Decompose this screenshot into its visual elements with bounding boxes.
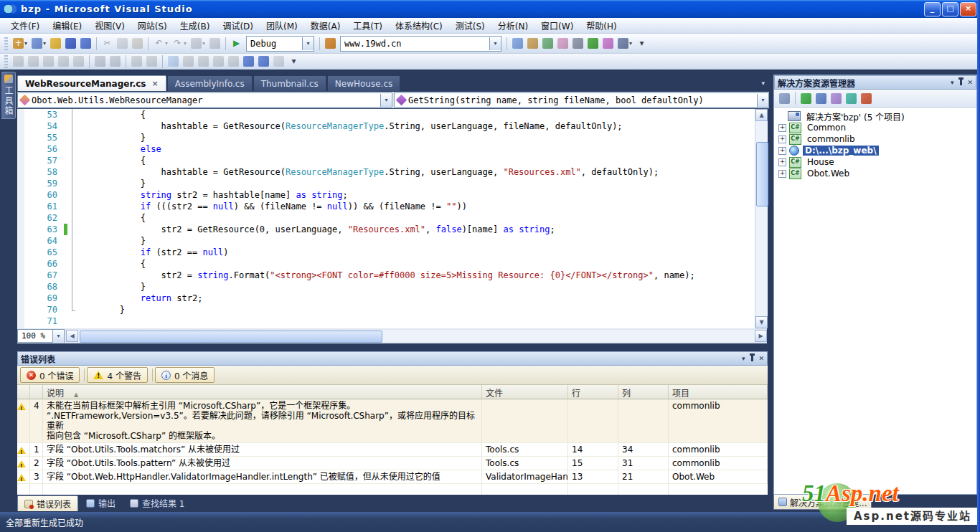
redo-button[interactable]: ↷▾	[170, 37, 189, 50]
project-node[interactable]: +C#Common	[777, 122, 976, 133]
menu-item[interactable]: 编辑(E)	[46, 18, 88, 33]
menu-item[interactable]: 网站(S)	[131, 18, 174, 33]
column-column-header[interactable]: 列	[618, 385, 669, 399]
save-button[interactable]	[63, 37, 78, 50]
view-in-browser-button[interactable]	[859, 92, 874, 105]
font-button[interactable]	[56, 54, 71, 68]
toolbox-autohide-tab[interactable]: 工具箱	[1, 72, 16, 119]
breakpoint-margin[interactable]	[17, 247, 24, 258]
code-line[interactable]: 56 else	[17, 143, 755, 155]
error-list-row[interactable]: !3字段 “Obot.Web.HttpHandler.ValidatorImag…	[17, 470, 768, 484]
code-line[interactable]: 53 {	[17, 109, 755, 120]
expand-icon[interactable]: +	[778, 136, 786, 143]
breakpoint-margin[interactable]	[17, 120, 24, 132]
code-line[interactable]: 62 {	[17, 212, 755, 224]
project-node[interactable]: +C#Obot.Web	[777, 168, 976, 179]
breakpoint-margin[interactable]	[17, 212, 24, 224]
previous-comment-button[interactable]	[211, 54, 226, 68]
breakpoint-margin[interactable]	[17, 224, 24, 235]
expand-icon[interactable]: +	[778, 147, 786, 155]
breakpoint-margin[interactable]	[17, 258, 24, 270]
menu-item[interactable]: 分析(N)	[491, 18, 534, 33]
menu-item[interactable]: 测试(S)	[449, 18, 491, 33]
error-list-row[interactable]: !1字段 “Obot.Utils.Tools.matchors” 从未被使用过T…	[17, 443, 768, 457]
messages-filter-button[interactable]: i 0 个消息	[155, 367, 215, 383]
breakpoint-margin[interactable]	[17, 109, 24, 120]
error-list-row[interactable]: !4未能在当前目标框架中解析主引用 “Microsoft.CSharp”，它是一…	[17, 399, 768, 443]
command-window-button[interactable]: ▾	[616, 37, 634, 50]
code-line[interactable]: 60 string str2 = hashtable[name] as stri…	[17, 189, 755, 201]
save-all-button[interactable]	[78, 37, 93, 50]
project-node[interactable]: +C#House	[777, 156, 976, 168]
document-tab[interactable]: Thumbnail.cs	[253, 75, 326, 91]
pin-icon[interactable]	[751, 356, 753, 361]
toolbar-grip[interactable]	[4, 37, 8, 50]
menu-item[interactable]: 调试(D)	[216, 18, 260, 33]
menu-item[interactable]: 视图(V)	[88, 18, 131, 33]
chevron-down-icon[interactable]: ▾	[757, 94, 768, 107]
comment-button[interactable]	[129, 54, 144, 68]
panel-tab-error-list[interactable]: 错误列表	[17, 495, 78, 511]
vertical-scrollbar-thumb[interactable]	[756, 142, 768, 206]
expand-icon[interactable]: +	[778, 158, 786, 166]
scroll-up-arrow-icon[interactable]: ▲	[755, 109, 768, 121]
code-line[interactable]: 63 str2 = GetResource(0, userLanguage, "…	[17, 224, 755, 235]
breakpoint-margin[interactable]	[17, 166, 24, 178]
code-line[interactable]: 54 hashtable = GetResource(ResourceManag…	[17, 120, 755, 132]
toolbox-button[interactable]	[570, 37, 585, 50]
chevron-down-icon[interactable]: ▾	[489, 37, 501, 50]
chevron-down-icon[interactable]: ▾	[184, 40, 187, 47]
breakpoint-margin[interactable]	[17, 281, 24, 293]
url-combobox[interactable]: www.19wd.cn▾	[340, 36, 501, 52]
add-new-item-button[interactable]: ▾	[29, 37, 48, 50]
project-node[interactable]: +D:\...\bzp_web\	[777, 145, 976, 156]
browse-with-button[interactable]	[323, 37, 338, 50]
breakpoint-margin[interactable]	[17, 178, 24, 189]
file-column-header[interactable]: 文件	[482, 385, 568, 399]
solution-configurations-select[interactable]: Debug▾	[246, 36, 314, 52]
menu-item[interactable]: 生成(B)	[174, 18, 217, 33]
breakpoint-margin[interactable]	[17, 189, 24, 201]
window-position-menu-icon[interactable]: ▾	[742, 355, 745, 362]
editor-zoom-select[interactable]: 100 % ▾	[17, 329, 65, 343]
toolbar-options-button[interactable]: ▾	[286, 54, 301, 68]
select-pointer-button[interactable]	[41, 54, 56, 68]
project-node[interactable]: +C#commonlib	[777, 133, 976, 145]
panel-tab-output[interactable]: 输出	[80, 495, 122, 510]
new-comment-button[interactable]	[181, 54, 196, 68]
uncomment-button[interactable]	[144, 54, 159, 68]
highlight-button[interactable]	[166, 54, 181, 68]
menu-item[interactable]: 工具(T)	[347, 18, 389, 33]
expand-icon[interactable]: +	[778, 170, 786, 178]
code-line[interactable]: 64 }	[17, 235, 755, 247]
window-position-menu-icon[interactable]: ▾	[951, 79, 954, 86]
code-line[interactable]: 65 if (str2 == null)	[17, 247, 755, 258]
next-bookmark-button[interactable]	[256, 54, 271, 68]
line-column-header[interactable]: 行	[568, 385, 618, 399]
solution-root-node[interactable]: 解决方案'bzp' (5 个项目)	[777, 110, 976, 122]
next-comment-button[interactable]	[226, 54, 241, 68]
project-column-header[interactable]: 项目	[669, 385, 768, 399]
chevron-down-icon[interactable]: ▾	[380, 94, 392, 107]
document-tab[interactable]: AssemblyInfo.cs	[167, 75, 253, 91]
object-browser-button[interactable]	[555, 37, 570, 50]
editor-horizontal-scrollbar[interactable]: ◀ ▶	[66, 330, 767, 342]
code-line[interactable]: 68 }	[17, 281, 755, 293]
code-line[interactable]: 55 }	[17, 132, 755, 143]
nest-related-files-button[interactable]	[814, 92, 829, 105]
code-line[interactable]: 58 hashtable = GetResource(ResourceManag…	[17, 166, 755, 178]
toolbar-options-button[interactable]: ▾	[634, 37, 649, 50]
scroll-down-arrow-icon[interactable]: ▼	[755, 316, 768, 328]
code-line[interactable]: 70 }	[17, 304, 755, 315]
editor-vertical-scrollbar[interactable]: ▲ ▼	[755, 109, 768, 328]
number-column-header[interactable]	[30, 385, 43, 399]
view-class-diagram-button[interactable]	[829, 92, 844, 105]
breakpoint-margin[interactable]	[17, 304, 24, 315]
document-list-dropdown-icon[interactable]: ▾	[761, 80, 765, 87]
description-column-header[interactable]: 说明▲	[43, 385, 482, 399]
document-tab[interactable]: WebResourceManager.cs×	[17, 75, 166, 91]
breakpoint-margin[interactable]	[17, 143, 24, 155]
maximize-button[interactable]: □	[942, 2, 958, 16]
severity-column-header[interactable]	[17, 385, 30, 399]
code-line[interactable]: 71	[17, 315, 755, 327]
